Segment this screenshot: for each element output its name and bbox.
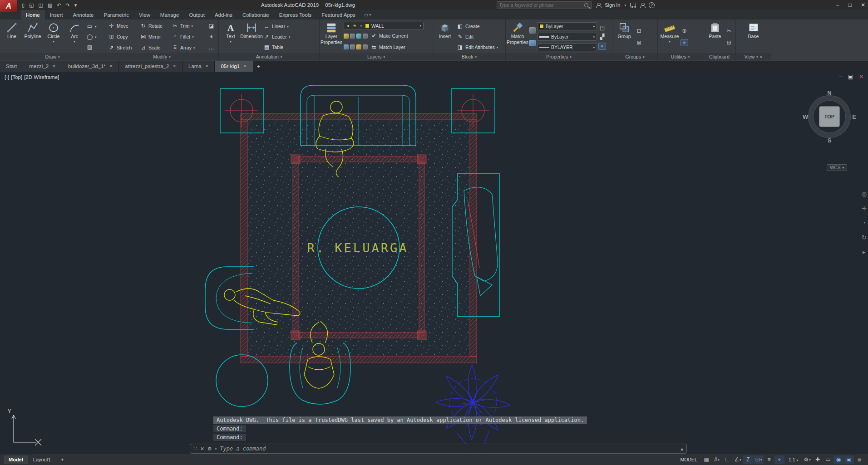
panel-title-view[interactable]: View▾»: [736, 53, 771, 60]
edit-block-button[interactable]: ✎Edit: [455, 32, 499, 42]
tab-parametric[interactable]: Parametric: [99, 10, 134, 20]
quick-properties-toggle[interactable]: ▭: [823, 455, 833, 464]
property-list-icon[interactable]: [529, 40, 536, 46]
layer-dropdown[interactable]: ● ☀ ▪ WALL ▾: [344, 22, 424, 30]
layout1-tab[interactable]: Layout1: [28, 455, 56, 464]
model-space-viewport[interactable]: R. KELUARGA Y [-]: [0, 72, 868, 454]
array-button[interactable]: ⠿Array▾: [170, 43, 207, 53]
command-line[interactable]: ∷ ✕ ⚙ ▾ ▴: [190, 444, 687, 454]
plot-style-icon[interactable]: ▞: [599, 34, 606, 40]
file-tab-mezzi-2[interactable]: mezzi_2✕: [23, 61, 62, 72]
layer-walk-icon[interactable]: [356, 44, 361, 49]
file-tab-bulldozer-3d-1[interactable]: bulldozer_3d_1*✕: [62, 61, 119, 72]
text-button[interactable]: A Text ▾: [220, 20, 241, 53]
new-drawing-tab-button[interactable]: +: [253, 61, 264, 72]
layer-unisolate-icon[interactable]: [344, 44, 349, 49]
create-block-button[interactable]: ◧Create: [455, 21, 499, 31]
cut-icon[interactable]: ✂: [725, 28, 732, 34]
layer-previous-icon[interactable]: [350, 44, 355, 49]
sign-in-caret-icon[interactable]: ▾: [624, 4, 626, 7]
steering-wheel-icon[interactable]: ◎: [862, 191, 867, 197]
scale-button[interactable]: ⊿Scale: [138, 43, 170, 53]
explode-button[interactable]: ✶: [207, 32, 216, 42]
file-tab-lama[interactable]: Lama✕: [182, 61, 215, 72]
zoom-icon[interactable]: ◔: [862, 220, 866, 226]
panel-title-modify[interactable]: Modify▾: [105, 53, 218, 60]
workspace-switching[interactable]: ⚙▾: [802, 455, 812, 464]
line-button[interactable]: Line: [1, 20, 22, 53]
ribbon-overflow-icon[interactable]: »: [760, 54, 763, 59]
transparency-icon[interactable]: ◳: [599, 24, 606, 31]
help-search-box[interactable]: [497, 1, 592, 9]
app-store-cart-icon[interactable]: [630, 3, 636, 6]
command-customize-caret-icon[interactable]: ▾: [215, 447, 217, 450]
linear-button[interactable]: ↔Linear▾: [262, 21, 291, 31]
file-tab-attrezzi-palestra-2[interactable]: attrezzi_palestra_2✕: [119, 61, 182, 72]
trim-button[interactable]: ✂Trim▾: [170, 21, 207, 31]
search-icon[interactable]: [584, 3, 588, 7]
select-similar-icon[interactable]: ⌖: [599, 43, 606, 49]
dynamic-input-toggle[interactable]: Z: [743, 455, 753, 464]
annotation-monitor-toggle[interactable]: ✚: [813, 455, 823, 464]
redo-icon[interactable]: ↷: [64, 2, 72, 8]
layer-freeze-icon[interactable]: [356, 34, 361, 39]
view-cube-south[interactable]: S: [828, 137, 832, 144]
drawing-restore-button[interactable]: ▣: [848, 73, 853, 80]
ribbon-display-toggle[interactable]: ▭ ▾: [360, 10, 375, 20]
lineweight-dropdown[interactable]: ByLayer▾: [537, 33, 597, 41]
orbit-icon[interactable]: ↻: [862, 234, 867, 241]
make-current-button[interactable]: ✔Make Current: [369, 31, 409, 41]
tab-collaborate[interactable]: Collaborate: [237, 10, 274, 20]
property-paint-icon[interactable]: [529, 27, 536, 34]
rotate-button[interactable]: ↻Rotate: [138, 21, 170, 31]
leader-button[interactable]: ↗Leader▾: [262, 32, 291, 42]
layer-state-icon[interactable]: [363, 44, 368, 49]
erase-button[interactable]: ◪: [207, 21, 216, 31]
group-button[interactable]: Group: [614, 20, 635, 53]
help-icon[interactable]: ?: [649, 2, 655, 8]
measure-button[interactable]: Measure ▾: [659, 20, 680, 53]
panel-title-clipboard[interactable]: Clipboard: [703, 53, 735, 60]
copy-button[interactable]: ⊞Copy: [107, 32, 138, 42]
close-tab-icon[interactable]: ✕: [173, 64, 177, 69]
customization-menu[interactable]: ≣: [854, 455, 864, 464]
command-input[interactable]: [220, 445, 677, 452]
file-tab-05r-klg1[interactable]: 05r-klg1✕: [215, 61, 253, 72]
modify-more-button[interactable]: …: [207, 43, 216, 53]
panel-title-utilities[interactable]: Utilities▾: [658, 53, 703, 60]
plot-icon[interactable]: ▤: [46, 2, 54, 8]
layer-off-icon[interactable]: [344, 34, 349, 39]
tab-annotate[interactable]: Annotate: [68, 10, 99, 20]
tab-output[interactable]: Output: [184, 10, 210, 20]
ellipse-tool[interactable]: ◯▾: [85, 32, 98, 42]
viewport-view-control[interactable]: [Top]: [11, 74, 22, 80]
paste-button[interactable]: Paste: [705, 20, 725, 53]
tab-manage[interactable]: Manage: [155, 10, 184, 20]
rectangle-tool[interactable]: ▭▾: [85, 21, 98, 31]
ungroup-icon[interactable]: ⊟: [636, 28, 642, 34]
close-button[interactable]: ✕: [861, 2, 865, 8]
floor-speckle-fill[interactable]: [247, 120, 470, 357]
copy-clip-icon[interactable]: ⊞: [725, 39, 732, 46]
view-cube-top-face[interactable]: TOP: [819, 106, 840, 127]
autocad-logo-icon[interactable]: A: [0, 0, 17, 12]
help-search-input[interactable]: [499, 2, 584, 8]
object-snap-toggle[interactable]: ⊡▾: [754, 455, 764, 464]
pan-icon[interactable]: ✛: [862, 205, 867, 212]
drawing-close-button[interactable]: ✕: [859, 73, 863, 80]
hatch-tool[interactable]: ▨: [85, 42, 98, 52]
mirror-button[interactable]: ⋈Mirror: [138, 32, 170, 42]
arc-button[interactable]: Arc ▾: [64, 20, 85, 53]
base-button[interactable]: Base: [743, 20, 764, 53]
panel-title-properties[interactable]: Properties▾: [506, 53, 612, 60]
table-button[interactable]: ▦Table: [262, 42, 291, 52]
lineweight-toggle[interactable]: ≡: [764, 455, 774, 464]
polar-tracking-toggle[interactable]: ∠▾: [733, 455, 743, 464]
match-layer-button[interactable]: ⇆Match Layer: [369, 42, 407, 52]
id-point-icon[interactable]: ⊕: [681, 28, 688, 34]
stretch-button[interactable]: ⇗Stretch: [107, 43, 138, 53]
tab-express-tools[interactable]: Express Tools: [274, 10, 316, 20]
close-tab-icon[interactable]: ✕: [243, 64, 247, 69]
room-label[interactable]: R. KELUARGA: [307, 241, 409, 255]
circle-button[interactable]: Circle ▾: [43, 20, 64, 53]
